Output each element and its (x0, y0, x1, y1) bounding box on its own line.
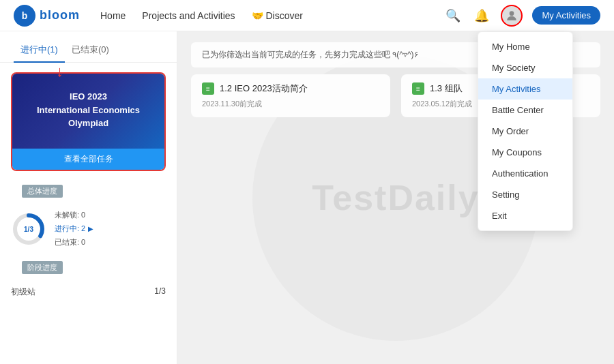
overall-label-wrapper: 总体进度 (11, 178, 166, 202)
phase-name: 初级站 (11, 286, 35, 298)
dropdown-my-society[interactable]: My Society (478, 57, 572, 78)
dropdown-setting[interactable]: Setting (478, 184, 572, 205)
phase-section: 初级站 1/3 (11, 279, 166, 305)
card-title: IEO 2023 International Economics Olympia… (23, 90, 154, 130)
tab-ended[interactable]: 已结束(0) (65, 37, 116, 63)
task-bar-text: 已为你筛选出当前可完成的任务，先努力完成这些吧 ٩(^▿^)۶ (202, 50, 418, 59)
logo-text: bloom (40, 8, 80, 22)
task-icon-2: ≡ (412, 82, 424, 95)
task-icon-1: ≡ (202, 82, 214, 95)
nav-discover[interactable]: 🤝 Discover (252, 10, 303, 21)
project-card[interactable]: IEO 2023 International Economics Olympia… (11, 72, 166, 171)
notification-icon[interactable]: 🔔 (472, 6, 491, 25)
nav-home[interactable]: Home (100, 10, 126, 21)
nav: Home Projects and Activities 🤝 Discover (100, 10, 443, 21)
logo[interactable]: b bloom (14, 5, 80, 27)
progress-stats: 未解锁: 0 进行中: 2 ▶ 已结束: 0 (55, 209, 93, 249)
svg-point-0 (510, 11, 514, 16)
dropdown-my-activities[interactable]: My Activities (478, 78, 572, 100)
phase-label-wrapper: 阶段进度 (11, 254, 166, 278)
dropdown-authentication[interactable]: Authentication (478, 163, 572, 184)
dropdown-my-home[interactable]: My Home (478, 36, 572, 57)
arrow-indicator: ↓ (56, 63, 63, 80)
search-icon[interactable]: 🔍 (443, 6, 463, 25)
sidebar-tabs: 进行中(1) 已结束(0) (0, 37, 177, 63)
task-date-1: 2023.11.30前完成 (202, 99, 379, 109)
avatar-button[interactable] (501, 5, 523, 27)
dropdown-exit[interactable]: Exit (478, 205, 572, 226)
task-title-2: 1.3 组队 (430, 82, 463, 95)
nav-projects[interactable]: Projects and Activities (142, 10, 235, 21)
dropdown-battle-center[interactable]: Battle Center (478, 100, 572, 121)
dropdown-my-coupons[interactable]: My Coupons (478, 142, 572, 163)
task-title-1: 1.2 IEO 2023活动简介 (220, 82, 308, 95)
dropdown-menu: My Home My Society My Activities Battle … (478, 31, 573, 231)
stat-unlocked: 未解锁: 0 (55, 209, 93, 222)
circle-progress: 1/3 (11, 211, 46, 247)
card-background: IEO 2023 International Economics Olympia… (12, 74, 164, 149)
stat-in-progress: 进行中: 2 ▶ (55, 222, 93, 236)
my-activities-button[interactable]: My Activities (532, 6, 600, 25)
circle-label: 1/3 (24, 225, 33, 232)
progress-section: 1/3 未解锁: 0 进行中: 2 ▶ 已结束: 0 (11, 203, 166, 254)
stat-ended: 已结束: 0 (55, 236, 93, 249)
task-card-1[interactable]: ≡ 1.2 IEO 2023活动简介 2023.11.30前完成 (191, 74, 390, 117)
phase-value: 1/3 (154, 286, 166, 298)
dropdown-my-order[interactable]: My Order (478, 121, 572, 142)
overall-progress-label: 总体进度 (22, 185, 63, 198)
header: b bloom Home Projects and Activities 🤝 D… (0, 0, 614, 31)
chevron-icon: ▶ (88, 223, 93, 235)
tab-in-progress[interactable]: 进行中(1) (14, 37, 65, 63)
card-action-btn[interactable]: 查看全部任务 (12, 149, 164, 170)
phase-row: 初级站 1/3 (11, 284, 166, 301)
watermark-text: TestDaily (312, 177, 479, 218)
phase-progress-label: 阶段进度 (22, 261, 63, 274)
logo-icon: b (14, 5, 35, 27)
task-header-1: ≡ 1.2 IEO 2023活动简介 (202, 82, 379, 95)
header-right: 🔍 🔔 My Activities (443, 5, 600, 27)
sidebar: 进行中(1) 已结束(0) ↓ IEO 2023 International E… (0, 31, 177, 364)
